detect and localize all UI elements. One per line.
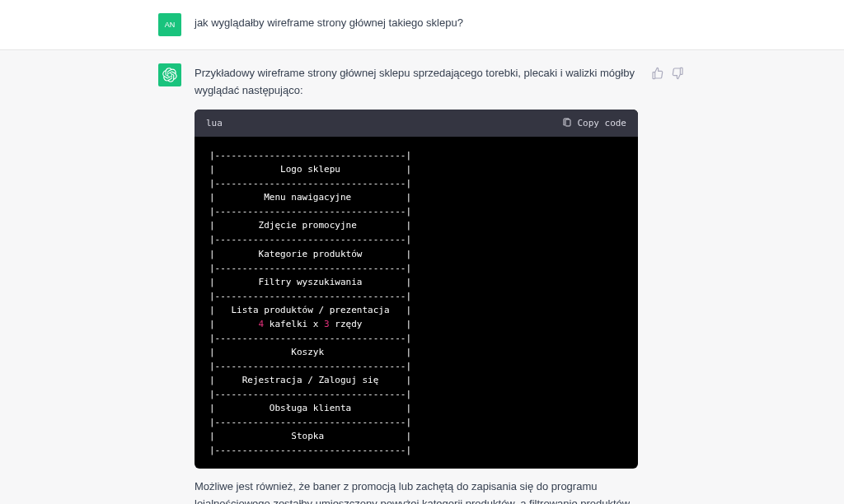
user-message-inner: AN jak wyglądałby wireframe strony główn…	[158, 13, 686, 36]
openai-logo-icon	[162, 68, 177, 82]
svg-rect-0	[565, 119, 570, 126]
user-avatar: AN	[158, 13, 181, 36]
assistant-message-inner: Przykładowy wireframe strony głównej skl…	[158, 63, 686, 504]
copy-code-button[interactable]: Copy code	[562, 116, 626, 131]
assistant-intro-text: Przykładowy wireframe strony głównej skl…	[195, 65, 638, 100]
assistant-message-content: Przykładowy wireframe strony głównej skl…	[195, 63, 638, 504]
clipboard-icon	[562, 118, 572, 128]
assistant-avatar	[158, 63, 181, 86]
message-actions	[651, 63, 686, 504]
code-header: lua Copy code	[195, 110, 638, 138]
code-block: lua Copy code |-------------------------…	[195, 110, 638, 469]
thumbs-down-icon	[671, 67, 684, 80]
thumbs-up-button[interactable]	[651, 67, 666, 82]
user-message-content: jak wyglądałby wireframe strony głównej …	[195, 13, 686, 36]
assistant-outro-text: Możliwe jest również, że baner z promocj…	[195, 478, 638, 504]
code-content: |-----------------------------------| | …	[195, 137, 638, 469]
user-message-row: AN jak wyglądałby wireframe strony główn…	[0, 0, 844, 50]
copy-code-label: Copy code	[577, 116, 626, 131]
code-language-label: lua	[206, 116, 223, 131]
thumbs-down-button[interactable]	[671, 67, 686, 82]
thumbs-up-icon	[651, 67, 664, 80]
assistant-message-row: Przykładowy wireframe strony głównej skl…	[0, 50, 844, 504]
user-message-text: jak wyglądałby wireframe strony głównej …	[195, 16, 463, 29]
